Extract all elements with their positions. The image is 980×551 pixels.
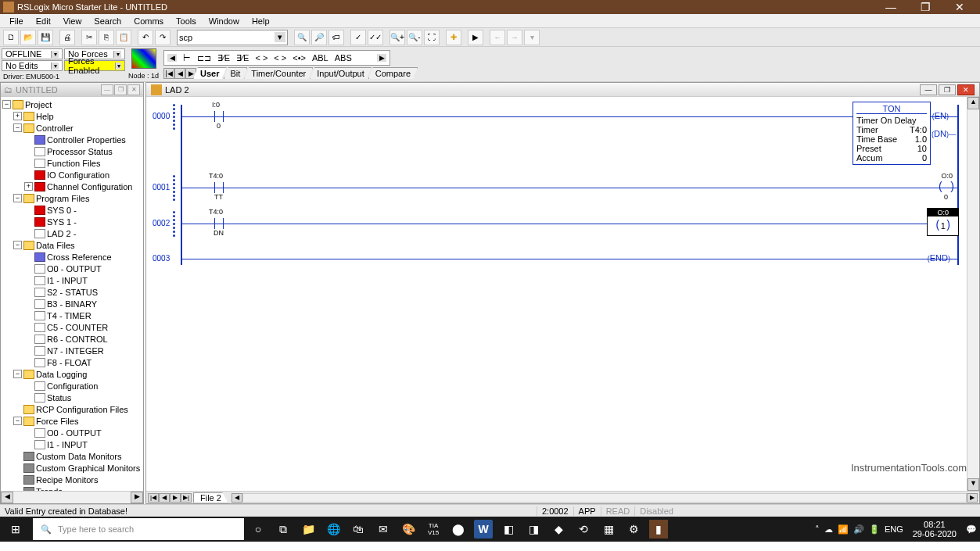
tree-program-files[interactable]: Program Files	[36, 194, 89, 203]
tab-compare[interactable]: Compare	[368, 67, 418, 79]
tree-r6[interactable]: R6 - CONTROL	[47, 335, 108, 344]
rung-2[interactable]	[181, 224, 959, 224]
find-button[interactable]: 🔍	[294, 30, 310, 45]
tree-project[interactable]: Project	[25, 100, 52, 109]
fit-button[interactable]: ⛶	[424, 30, 440, 45]
tree-data-files[interactable]: Data Files	[36, 241, 75, 250]
tree-io-config[interactable]: IO Configuration	[47, 170, 109, 180]
new-button[interactable]: 🗋	[3, 30, 19, 45]
filetab-prev[interactable]: ◀	[159, 493, 170, 503]
tree-o0[interactable]: O0 - OUTPUT	[47, 264, 102, 274]
forces-enabled-box[interactable]: Forces Enabled▾	[64, 60, 125, 71]
rung0-xic[interactable]	[213, 111, 225, 122]
menu-search[interactable]: Search	[88, 16, 127, 26]
tree-i1[interactable]: I1 - INPUT	[47, 276, 88, 285]
explorer-icon[interactable]: 📁	[299, 520, 318, 538]
instr-xic-icon[interactable]: ∃⁄E	[217, 53, 230, 63]
tree-n7[interactable]: N7 - INTEGER	[47, 346, 104, 356]
maximize-button[interactable]: ❐	[908, 0, 942, 14]
tree-t4[interactable]: T4 - TIMER	[47, 311, 92, 320]
tree-controller[interactable]: Controller	[36, 123, 74, 133]
rung-edit-zone-0[interactable]	[173, 104, 175, 130]
filetab-first[interactable]: |◀	[148, 493, 159, 503]
taskbar-search[interactable]: 🔍 Type here to search	[33, 518, 244, 540]
tree-sys1[interactable]: SYS 1 -	[47, 217, 77, 227]
tab-user[interactable]: User	[193, 67, 226, 79]
tray-volume-icon[interactable]: 🔊	[853, 524, 864, 535]
app4-icon[interactable]: ▦	[599, 520, 618, 538]
tree-b3[interactable]: B3 - BINARY	[47, 299, 97, 309]
undo-button[interactable]: ↶	[138, 30, 153, 45]
paste-button[interactable]: 📋	[116, 30, 131, 45]
menu-window[interactable]: Window	[203, 16, 246, 26]
tree-force-files[interactable]: Force Files	[36, 417, 78, 426]
instr-otu-icon[interactable]: <•>	[293, 53, 306, 63]
hscroll-track[interactable]	[242, 493, 967, 503]
hscroll-left[interactable]: ◀	[232, 493, 242, 503]
paint-icon[interactable]: 🎨	[399, 520, 418, 538]
tree-rcp[interactable]: RCP Configuration Files	[36, 405, 128, 414]
nav-back-button[interactable]: ←	[490, 30, 505, 45]
tray-lang[interactable]: ENG	[885, 524, 903, 534]
cut-button[interactable]: ✂	[81, 30, 97, 45]
instr-otl-icon[interactable]: < >	[274, 53, 286, 63]
ladder-editor[interactable]: 0000 I:0 0 TON Timer On Delay TimerT4:0 …	[146, 97, 979, 491]
tree-scroll-right[interactable]: ▶	[131, 492, 143, 503]
word-icon[interactable]: W	[474, 520, 493, 538]
filetab-next[interactable]: ▶	[170, 493, 181, 503]
tab-nav-prev[interactable]: ◀	[174, 68, 185, 79]
tree-chan-config[interactable]: Channel Configuration	[47, 182, 132, 191]
tree-xref[interactable]: Cross Reference	[47, 252, 112, 262]
verify-project-button[interactable]: ✓✓	[368, 30, 383, 45]
tray-clock[interactable]: 08:21 29-06-2020	[908, 520, 961, 538]
tree-c5[interactable]: C5 - COUNTER	[47, 323, 108, 332]
app3-icon[interactable]: ◆	[549, 520, 568, 538]
edits-box[interactable]: No Edits▾	[2, 60, 63, 71]
print-button[interactable]: 🖨	[59, 30, 75, 45]
tia-icon[interactable]: TIAV15	[424, 520, 443, 538]
rung2-xic[interactable]	[213, 218, 225, 229]
rung-3[interactable]	[181, 259, 959, 259]
vscroll-down[interactable]: ▼	[967, 478, 979, 491]
tree-max-button[interactable]: ❐	[114, 84, 127, 95]
hscroll-right[interactable]: ▶	[967, 493, 978, 503]
rung1-ote[interactable]	[939, 182, 954, 193]
tab-nav-first[interactable]: |◀	[163, 68, 174, 79]
copy-button[interactable]: ⎘	[99, 30, 114, 45]
tray-battery-icon[interactable]: 🔋	[869, 524, 880, 535]
menu-comms[interactable]: Comms	[127, 16, 170, 26]
start-button[interactable]: ⊞	[0, 517, 31, 542]
add-button[interactable]: ✚	[446, 30, 461, 45]
search-dropdown-icon[interactable]: ▾	[275, 32, 285, 42]
tray-chevron-icon[interactable]: ˄	[815, 524, 820, 535]
instr-ote-icon[interactable]: < >	[255, 53, 267, 63]
tray-wifi-icon[interactable]: 📶	[838, 524, 849, 535]
search-combo[interactable]: ▾	[177, 30, 288, 45]
palette-nav-left[interactable]: ◀	[167, 54, 177, 62]
nav-dd-button[interactable]: ▾	[524, 30, 540, 45]
comms-icon[interactable]	[131, 48, 156, 69]
menu-help[interactable]: Help	[246, 16, 276, 26]
chrome-icon[interactable]: ⬤	[449, 520, 468, 538]
menu-view[interactable]: View	[57, 16, 88, 26]
tree-min-button[interactable]: —	[101, 84, 113, 95]
tree-sys0[interactable]: SYS 0 -	[47, 206, 77, 215]
tree-f8[interactable]: F8 - FLOAT	[47, 358, 92, 367]
rung-0[interactable]	[181, 116, 959, 117]
rslogix-icon[interactable]: ▮	[649, 520, 668, 538]
tree-s2[interactable]: S2 - STATUS	[47, 288, 98, 297]
search-input[interactable]	[179, 33, 273, 42]
findnext-button[interactable]: 🔎	[311, 30, 327, 45]
ladder-max-button[interactable]: ❐	[939, 84, 956, 95]
ladder-vscroll[interactable]: ▲ ▼	[967, 97, 979, 491]
teamviewer-icon[interactable]: ⟲	[574, 520, 593, 538]
tree-rm[interactable]: Recipe Monitors	[36, 475, 98, 485]
app5-icon[interactable]: ⚙	[624, 520, 643, 538]
ladder-close-button[interactable]: ✕	[957, 84, 975, 95]
filetab-last[interactable]: ▶|	[181, 493, 192, 503]
tree-ctrl-props[interactable]: Controller Properties	[47, 135, 126, 145]
mode-box[interactable]: OFFLINE▾	[2, 48, 63, 59]
minimize-button[interactable]: —	[874, 0, 908, 14]
rung-number-2[interactable]: 0002	[153, 219, 170, 227]
app1-icon[interactable]: ◧	[499, 520, 518, 538]
